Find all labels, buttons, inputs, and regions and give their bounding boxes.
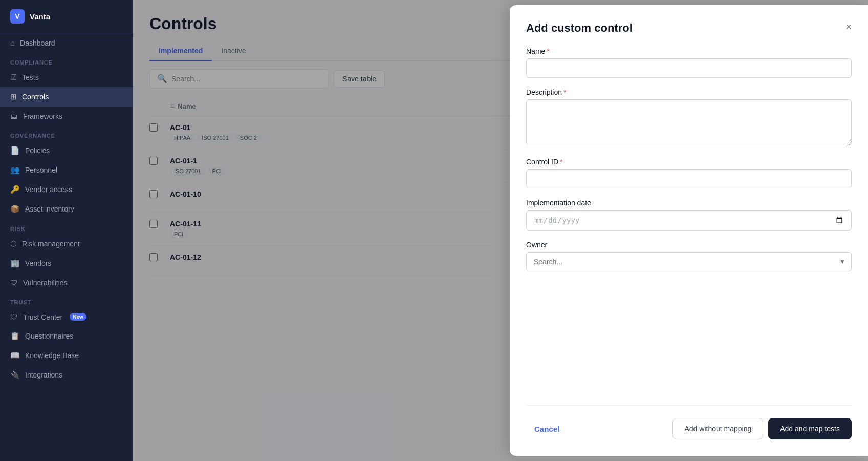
name-field-group: Name* [526, 47, 852, 78]
sidebar-item-asset-inventory[interactable]: 📦 Asset inventory [0, 199, 133, 219]
vendors-icon: 🏢 [10, 259, 20, 268]
name-label: Name* [526, 47, 852, 55]
name-required: * [547, 47, 549, 55]
trust-center-badge: New [70, 313, 86, 321]
implementation-date-field-group: Implementation date [526, 199, 852, 230]
asset-inventory-icon: 📦 [10, 204, 20, 214]
modal-header: Add custom control × [526, 22, 852, 35]
owner-field-group: Owner ▼ [526, 241, 852, 271]
section-label-compliance: Compliance [0, 52, 133, 68]
controls-icon: ⊞ [10, 92, 17, 101]
description-input[interactable] [526, 99, 852, 145]
sidebar: V Vanta ⌂ Dashboard Compliance ☑ Tests ⊞… [0, 0, 133, 461]
sidebar-item-controls[interactable]: ⊞ Controls [0, 87, 133, 107]
owner-search-input[interactable] [526, 252, 852, 271]
sidebar-item-risk-management[interactable]: ⬡ Risk management [0, 234, 133, 254]
sidebar-item-policies[interactable]: 📄 Policies [0, 141, 133, 160]
sidebar-item-frameworks[interactable]: 🗂 Frameworks [0, 107, 133, 125]
sidebar-item-label: Asset inventory [25, 205, 74, 213]
vulnerabilities-icon: 🛡 [10, 278, 18, 287]
name-input[interactable] [526, 58, 852, 78]
description-label: Description* [526, 88, 852, 96]
add-without-mapping-button[interactable]: Add without mapping [672, 418, 763, 439]
sidebar-item-label: Questionnaires [25, 332, 73, 340]
sidebar-item-label: Policies [25, 146, 50, 155]
sidebar-item-label: Personnel [25, 166, 57, 174]
questionnaires-icon: 📋 [10, 331, 20, 341]
sidebar-item-label: Tests [22, 73, 39, 81]
dropdown-icon: ▼ [839, 258, 845, 265]
logo-icon: V [10, 9, 25, 24]
sidebar-item-vulnerabilities[interactable]: 🛡 Vulnerabilities [0, 273, 133, 292]
modal-footer: Cancel Add without mapping Add and map t… [526, 405, 852, 439]
sidebar-item-label: Vendor access [25, 185, 72, 194]
modal-action-buttons: Add without mapping Add and map tests [672, 418, 852, 439]
section-label-risk: Risk [0, 219, 133, 234]
section-label-trust: Trust [0, 292, 133, 307]
control-id-required: * [560, 158, 562, 166]
policies-icon: 📄 [10, 146, 20, 155]
sidebar-item-personnel[interactable]: 👥 Personnel [0, 160, 133, 180]
modal-title: Add custom control [526, 22, 633, 35]
implementation-date-input[interactable] [526, 210, 852, 230]
dashboard-icon: ⌂ [10, 38, 15, 47]
sidebar-item-dashboard[interactable]: ⌂ Dashboard [0, 33, 133, 52]
owner-label: Owner [526, 241, 852, 249]
description-required: * [563, 88, 566, 96]
sidebar-item-questionnaires[interactable]: 📋 Questionnaires [0, 326, 133, 346]
main-content: Controls Implemented Inactive 🔍 Save tab… [133, 0, 868, 461]
knowledge-base-icon: 📖 [10, 351, 20, 360]
implementation-date-label: Implementation date [526, 199, 852, 207]
description-field-group: Description* [526, 88, 852, 148]
cancel-button[interactable]: Cancel [526, 420, 568, 438]
risk-management-icon: ⬡ [10, 239, 17, 248]
add-custom-control-modal: Add custom control × Name* Description* … [510, 5, 868, 456]
sidebar-item-vendor-access[interactable]: 🔑 Vendor access [0, 180, 133, 199]
add-and-map-tests-button[interactable]: Add and map tests [768, 418, 852, 439]
section-label-governance: Governance [0, 125, 133, 141]
trust-center-icon: 🛡 [10, 312, 18, 321]
personnel-icon: 👥 [10, 165, 20, 175]
logo-label: Vanta [30, 12, 50, 21]
sidebar-item-label: Vendors [25, 259, 51, 267]
sidebar-item-label: Controls [22, 93, 49, 101]
control-id-label: Control ID* [526, 158, 852, 166]
sidebar-item-label: Knowledge Base [25, 351, 79, 360]
integrations-icon: 🔌 [10, 370, 20, 380]
vendor-access-icon: 🔑 [10, 185, 20, 194]
sidebar-item-label: Vulnerabilities [23, 279, 68, 287]
sidebar-item-trust-center[interactable]: 🛡 Trust Center New [0, 307, 133, 326]
control-id-field-group: Control ID* [526, 158, 852, 188]
sidebar-item-vendors[interactable]: 🏢 Vendors [0, 254, 133, 273]
sidebar-item-knowledge-base[interactable]: 📖 Knowledge Base [0, 346, 133, 365]
sidebar-item-label: Risk management [22, 240, 80, 248]
sidebar-item-label: Integrations [25, 371, 62, 379]
owner-search-wrapper: ▼ [526, 252, 852, 271]
sidebar-item-integrations[interactable]: 🔌 Integrations [0, 365, 133, 385]
control-id-input[interactable] [526, 169, 852, 188]
sidebar-item-label: Dashboard [20, 39, 55, 47]
tests-icon: ☑ [10, 73, 17, 82]
sidebar-item-label: Frameworks [23, 112, 62, 120]
sidebar-item-tests[interactable]: ☑ Tests [0, 68, 133, 87]
sidebar-item-label: Trust Center [23, 313, 62, 321]
modal-close-button[interactable]: × [845, 22, 852, 32]
frameworks-icon: 🗂 [10, 112, 18, 120]
sidebar-logo: V Vanta [0, 0, 133, 33]
